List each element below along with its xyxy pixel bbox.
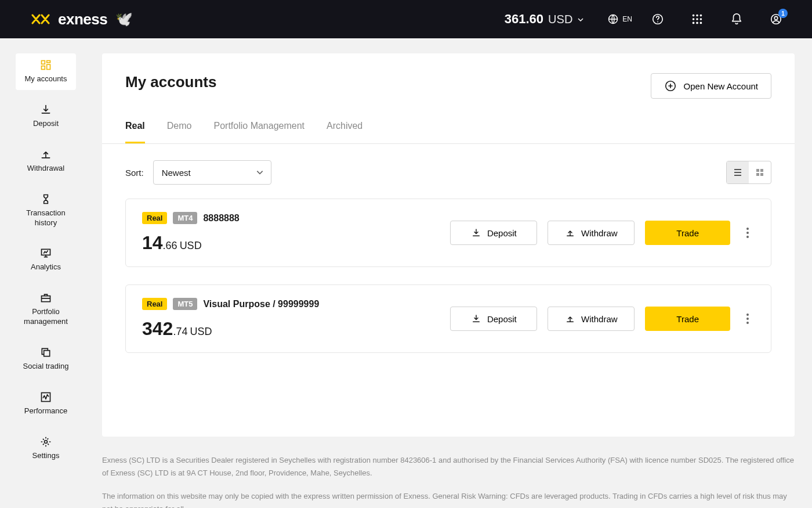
sidebar-item-analytics[interactable]: Analytics <box>16 242 76 278</box>
download-icon <box>471 228 481 238</box>
bell-icon <box>730 13 743 26</box>
svg-point-33 <box>746 322 749 324</box>
tab-real[interactable]: Real <box>125 121 145 143</box>
sidebar-label: Analytics <box>31 262 61 272</box>
svg-point-7 <box>696 18 698 20</box>
account-card: Real MT5 Visual Purpose / 99999999 342 .… <box>125 284 771 353</box>
upload-icon <box>565 228 575 238</box>
platform-badge: MT4 <box>173 212 197 224</box>
withdraw-button[interactable]: Withdraw <box>548 221 635 245</box>
svg-point-2 <box>657 21 658 23</box>
account-name: Visual Purpose / 99999999 <box>203 299 319 309</box>
tab-archived[interactable]: Archived <box>327 121 362 143</box>
accounts-list: Real MT4 8888888 14 .66 USD <box>102 199 795 353</box>
sidebar-item-portfolio-management[interactable]: Portfolio management <box>16 286 76 333</box>
sidebar-label: Transaction history <box>18 208 74 228</box>
hourglass-icon <box>40 193 52 205</box>
more-options-button[interactable] <box>741 226 755 240</box>
dashboard-icon <box>40 59 52 71</box>
sidebar-label: Settings <box>32 451 60 461</box>
trade-button[interactable]: Trade <box>645 221 730 245</box>
balance-currency: USD <box>548 13 572 26</box>
grid-icon <box>691 13 704 26</box>
globe-icon <box>607 13 619 25</box>
svg-point-30 <box>746 236 749 238</box>
sidebar-item-performance[interactable]: Performance <box>16 385 76 422</box>
svg-point-6 <box>693 18 695 20</box>
svg-rect-16 <box>47 64 50 69</box>
svg-point-5 <box>700 15 702 17</box>
svg-point-8 <box>700 18 702 20</box>
balance-decimal: .66 <box>163 240 177 252</box>
account-type-badge: Real <box>142 298 167 310</box>
header-balance[interactable]: 361.60 USD <box>505 12 585 27</box>
tab-portfolio-management[interactable]: Portfolio Management <box>213 121 304 143</box>
language-selector[interactable]: EN <box>607 13 632 25</box>
svg-point-28 <box>746 228 749 230</box>
svg-point-11 <box>700 22 702 24</box>
profile-button[interactable]: 1 <box>761 8 791 31</box>
svg-rect-14 <box>42 61 45 64</box>
more-options-button[interactable] <box>741 312 755 326</box>
presentation-icon <box>40 247 52 259</box>
sort-select[interactable]: Newest <box>153 160 271 185</box>
main-panel: My accounts Open New Account Real Demo P… <box>102 53 795 437</box>
plus-circle-icon <box>664 80 677 92</box>
grid-view-button[interactable] <box>749 161 771 183</box>
exness-logo-icon <box>31 13 52 26</box>
sidebar-label: My accounts <box>25 74 67 84</box>
upload-icon <box>40 149 52 160</box>
withdraw-button[interactable]: Withdraw <box>548 307 635 331</box>
list-icon <box>733 168 742 177</box>
help-button[interactable] <box>643 8 673 31</box>
svg-point-13 <box>774 16 778 20</box>
sidebar-item-deposit[interactable]: Deposit <box>16 98 76 135</box>
apps-button[interactable] <box>682 8 712 31</box>
download-icon <box>40 104 52 116</box>
footer-paragraph: Exness (SC) LTD is a Securities Dealer r… <box>102 454 795 480</box>
list-view-button[interactable] <box>727 161 749 183</box>
svg-rect-20 <box>44 351 50 356</box>
help-icon <box>651 13 664 26</box>
notifications-button[interactable] <box>722 8 752 31</box>
svg-point-31 <box>746 314 749 316</box>
deposit-button[interactable]: Deposit <box>450 221 537 245</box>
sidebar: My accounts Deposit Withdrawal Transacti… <box>0 38 92 508</box>
sidebar-item-withdrawal[interactable]: Withdrawal <box>16 143 76 179</box>
account-card: Real MT4 8888888 14 .66 USD <box>125 199 771 267</box>
balance-amount: 361.60 <box>505 12 543 27</box>
account-tabs: Real Demo Portfolio Management Archived <box>102 105 795 144</box>
tab-demo[interactable]: Demo <box>167 121 192 143</box>
sidebar-item-my-accounts[interactable]: My accounts <box>16 53 76 90</box>
page-title: My accounts <box>125 73 217 91</box>
footer-paragraph: The information on this website may only… <box>102 490 795 508</box>
svg-rect-26 <box>756 173 759 176</box>
account-name: 8888888 <box>203 213 239 224</box>
brand-logo[interactable]: exness 🕊️ <box>31 10 133 28</box>
activity-icon <box>40 391 52 403</box>
sidebar-item-transaction-history[interactable]: Transaction history <box>16 188 76 234</box>
account-type-badge: Real <box>142 212 167 224</box>
balance-currency: USD <box>180 240 202 252</box>
sidebar-item-social-trading[interactable]: Social trading <box>16 341 76 377</box>
balance-decimal: .74 <box>173 326 187 338</box>
chevron-down-icon <box>577 16 584 23</box>
trade-button[interactable]: Trade <box>645 307 730 331</box>
copy-icon <box>40 347 52 358</box>
svg-point-22 <box>45 440 48 443</box>
account-balance: 14 .66 USD <box>142 232 240 254</box>
svg-point-32 <box>746 318 749 320</box>
sidebar-item-settings[interactable]: Settings <box>16 430 76 467</box>
deposit-button[interactable]: Deposit <box>450 307 537 331</box>
svg-point-3 <box>693 15 695 17</box>
notification-badge: 1 <box>778 9 788 18</box>
svg-rect-21 <box>42 393 50 402</box>
gear-icon <box>40 436 52 448</box>
platform-badge: MT5 <box>173 298 197 310</box>
open-new-account-button[interactable]: Open New Account <box>651 73 771 99</box>
more-vertical-icon <box>746 228 749 238</box>
svg-rect-24 <box>756 169 759 172</box>
sidebar-label: Deposit <box>33 119 59 129</box>
balance-currency: USD <box>190 326 212 338</box>
svg-rect-25 <box>760 169 763 172</box>
